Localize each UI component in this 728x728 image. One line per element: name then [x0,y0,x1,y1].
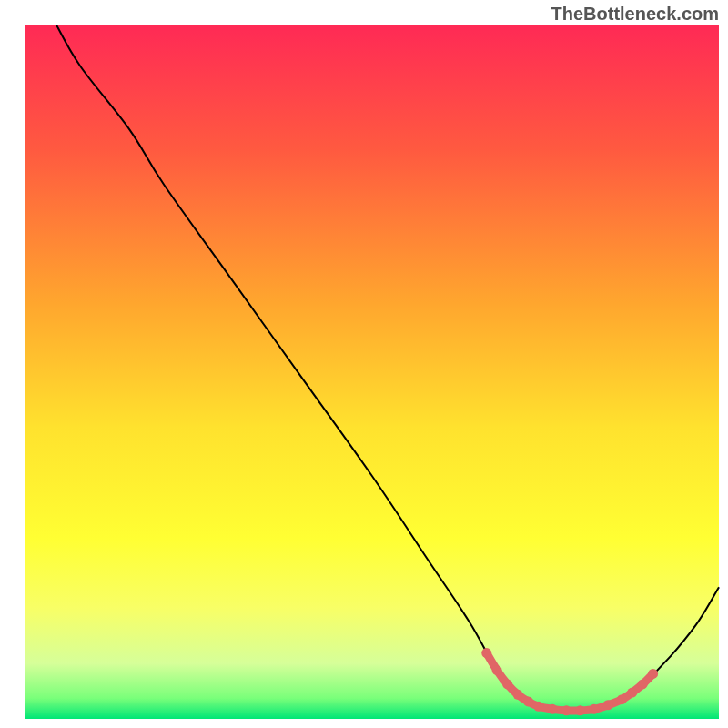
bottleneck-chart: TheBottleneck.com [0,0,728,728]
highlight-dot [523,696,533,706]
highlight-dot [627,688,637,698]
highlight-dot [502,679,512,689]
highlight-dot [548,704,558,714]
highlight-dot [638,679,648,689]
highlight-dot [648,669,658,679]
highlight-dot [561,705,571,715]
highlight-dot [575,705,585,715]
highlight-dot [617,694,627,704]
highlight-dot [481,648,491,658]
highlight-dot [533,702,543,712]
watermark-text: TheBottleneck.com [551,4,719,25]
highlight-dot [589,704,599,714]
highlight-dot [492,665,502,675]
highlight-dot [603,700,613,710]
highlight-dot [513,690,523,700]
chart-svg [0,0,728,728]
